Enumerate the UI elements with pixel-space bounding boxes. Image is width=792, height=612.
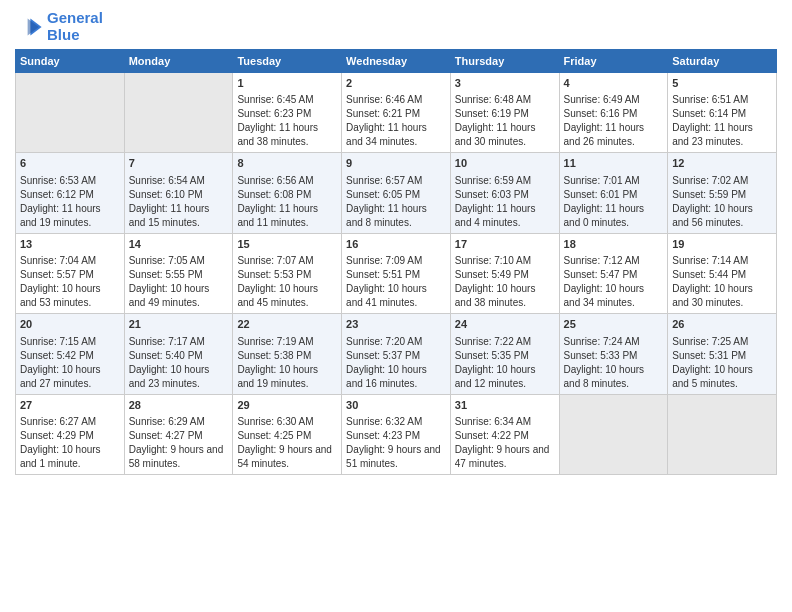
- sunset-text: Sunset: 6:16 PM: [564, 107, 664, 121]
- calendar-cell: 25Sunrise: 7:24 AMSunset: 5:33 PMDayligh…: [559, 314, 668, 394]
- day-number: 19: [672, 237, 772, 252]
- calendar-cell: [124, 73, 233, 153]
- sunset-text: Sunset: 6:03 PM: [455, 188, 555, 202]
- sunset-text: Sunset: 6:19 PM: [455, 107, 555, 121]
- sunrise-text: Sunrise: 7:14 AM: [672, 254, 772, 268]
- sunset-text: Sunset: 4:23 PM: [346, 429, 446, 443]
- calendar-cell: 17Sunrise: 7:10 AMSunset: 5:49 PMDayligh…: [450, 233, 559, 313]
- day-number: 8: [237, 156, 337, 171]
- day-number: 13: [20, 237, 120, 252]
- calendar-cell: 24Sunrise: 7:22 AMSunset: 5:35 PMDayligh…: [450, 314, 559, 394]
- calendar-cell: 12Sunrise: 7:02 AMSunset: 5:59 PMDayligh…: [668, 153, 777, 233]
- sunset-text: Sunset: 5:37 PM: [346, 349, 446, 363]
- sunset-text: Sunset: 5:31 PM: [672, 349, 772, 363]
- sunrise-text: Sunrise: 7:01 AM: [564, 174, 664, 188]
- day-number: 9: [346, 156, 446, 171]
- sunset-text: Sunset: 5:57 PM: [20, 268, 120, 282]
- calendar-cell: 19Sunrise: 7:14 AMSunset: 5:44 PMDayligh…: [668, 233, 777, 313]
- sunrise-text: Sunrise: 7:07 AM: [237, 254, 337, 268]
- calendar-cell: 18Sunrise: 7:12 AMSunset: 5:47 PMDayligh…: [559, 233, 668, 313]
- calendar-week-row: 20Sunrise: 7:15 AMSunset: 5:42 PMDayligh…: [16, 314, 777, 394]
- sunrise-text: Sunrise: 7:17 AM: [129, 335, 229, 349]
- sunset-text: Sunset: 5:42 PM: [20, 349, 120, 363]
- calendar-cell: 6Sunrise: 6:53 AMSunset: 6:12 PMDaylight…: [16, 153, 125, 233]
- sunrise-text: Sunrise: 6:29 AM: [129, 415, 229, 429]
- sunrise-text: Sunrise: 6:59 AM: [455, 174, 555, 188]
- day-number: 26: [672, 317, 772, 332]
- calendar-week-row: 6Sunrise: 6:53 AMSunset: 6:12 PMDaylight…: [16, 153, 777, 233]
- calendar-cell: 30Sunrise: 6:32 AMSunset: 4:23 PMDayligh…: [342, 394, 451, 474]
- daylight-text: Daylight: 11 hours and 26 minutes.: [564, 121, 664, 149]
- calendar-cell: 7Sunrise: 6:54 AMSunset: 6:10 PMDaylight…: [124, 153, 233, 233]
- daylight-text: Daylight: 10 hours and 16 minutes.: [346, 363, 446, 391]
- sunset-text: Sunset: 4:25 PM: [237, 429, 337, 443]
- sunset-text: Sunset: 5:49 PM: [455, 268, 555, 282]
- logo-text: General Blue: [47, 10, 103, 43]
- day-number: 1: [237, 76, 337, 91]
- calendar-cell: 16Sunrise: 7:09 AMSunset: 5:51 PMDayligh…: [342, 233, 451, 313]
- calendar-cell: [16, 73, 125, 153]
- sunrise-text: Sunrise: 7:04 AM: [20, 254, 120, 268]
- day-number: 31: [455, 398, 555, 413]
- calendar-cell: 3Sunrise: 6:48 AMSunset: 6:19 PMDaylight…: [450, 73, 559, 153]
- calendar-cell: 31Sunrise: 6:34 AMSunset: 4:22 PMDayligh…: [450, 394, 559, 474]
- weekday-header-wednesday: Wednesday: [342, 50, 451, 73]
- day-number: 3: [455, 76, 555, 91]
- sunset-text: Sunset: 6:21 PM: [346, 107, 446, 121]
- calendar-cell: 8Sunrise: 6:56 AMSunset: 6:08 PMDaylight…: [233, 153, 342, 233]
- daylight-text: Daylight: 11 hours and 15 minutes.: [129, 202, 229, 230]
- daylight-text: Daylight: 11 hours and 4 minutes.: [455, 202, 555, 230]
- sunset-text: Sunset: 5:51 PM: [346, 268, 446, 282]
- daylight-text: Daylight: 11 hours and 8 minutes.: [346, 202, 446, 230]
- day-number: 30: [346, 398, 446, 413]
- calendar-cell: 13Sunrise: 7:04 AMSunset: 5:57 PMDayligh…: [16, 233, 125, 313]
- daylight-text: Daylight: 10 hours and 27 minutes.: [20, 363, 120, 391]
- calendar-cell: 11Sunrise: 7:01 AMSunset: 6:01 PMDayligh…: [559, 153, 668, 233]
- sunrise-text: Sunrise: 6:49 AM: [564, 93, 664, 107]
- sunset-text: Sunset: 5:55 PM: [129, 268, 229, 282]
- daylight-text: Daylight: 11 hours and 0 minutes.: [564, 202, 664, 230]
- sunrise-text: Sunrise: 7:19 AM: [237, 335, 337, 349]
- daylight-text: Daylight: 11 hours and 23 minutes.: [672, 121, 772, 149]
- daylight-text: Daylight: 10 hours and 53 minutes.: [20, 282, 120, 310]
- sunrise-text: Sunrise: 6:46 AM: [346, 93, 446, 107]
- day-number: 27: [20, 398, 120, 413]
- day-number: 14: [129, 237, 229, 252]
- sunset-text: Sunset: 5:38 PM: [237, 349, 337, 363]
- daylight-text: Daylight: 9 hours and 54 minutes.: [237, 443, 337, 471]
- sunrise-text: Sunrise: 6:48 AM: [455, 93, 555, 107]
- weekday-header-saturday: Saturday: [668, 50, 777, 73]
- calendar-cell: 27Sunrise: 6:27 AMSunset: 4:29 PMDayligh…: [16, 394, 125, 474]
- day-number: 22: [237, 317, 337, 332]
- daylight-text: Daylight: 10 hours and 41 minutes.: [346, 282, 446, 310]
- weekday-header-thursday: Thursday: [450, 50, 559, 73]
- page-header: General Blue: [15, 10, 777, 43]
- sunset-text: Sunset: 6:14 PM: [672, 107, 772, 121]
- daylight-text: Daylight: 10 hours and 8 minutes.: [564, 363, 664, 391]
- sunrise-text: Sunrise: 7:02 AM: [672, 174, 772, 188]
- daylight-text: Daylight: 10 hours and 49 minutes.: [129, 282, 229, 310]
- day-number: 17: [455, 237, 555, 252]
- daylight-text: Daylight: 11 hours and 30 minutes.: [455, 121, 555, 149]
- calendar-cell: 20Sunrise: 7:15 AMSunset: 5:42 PMDayligh…: [16, 314, 125, 394]
- daylight-text: Daylight: 11 hours and 11 minutes.: [237, 202, 337, 230]
- daylight-text: Daylight: 10 hours and 56 minutes.: [672, 202, 772, 230]
- calendar-table: SundayMondayTuesdayWednesdayThursdayFrid…: [15, 49, 777, 475]
- calendar-page: General Blue SundayMondayTuesdayWednesda…: [0, 0, 792, 612]
- calendar-cell: [668, 394, 777, 474]
- day-number: 7: [129, 156, 229, 171]
- day-number: 11: [564, 156, 664, 171]
- daylight-text: Daylight: 10 hours and 19 minutes.: [237, 363, 337, 391]
- calendar-cell: 10Sunrise: 6:59 AMSunset: 6:03 PMDayligh…: [450, 153, 559, 233]
- daylight-text: Daylight: 10 hours and 1 minute.: [20, 443, 120, 471]
- calendar-cell: 4Sunrise: 6:49 AMSunset: 6:16 PMDaylight…: [559, 73, 668, 153]
- day-number: 6: [20, 156, 120, 171]
- day-number: 28: [129, 398, 229, 413]
- daylight-text: Daylight: 10 hours and 30 minutes.: [672, 282, 772, 310]
- sunrise-text: Sunrise: 6:34 AM: [455, 415, 555, 429]
- daylight-text: Daylight: 10 hours and 45 minutes.: [237, 282, 337, 310]
- sunrise-text: Sunrise: 6:27 AM: [20, 415, 120, 429]
- day-number: 2: [346, 76, 446, 91]
- calendar-week-row: 13Sunrise: 7:04 AMSunset: 5:57 PMDayligh…: [16, 233, 777, 313]
- sunrise-text: Sunrise: 7:22 AM: [455, 335, 555, 349]
